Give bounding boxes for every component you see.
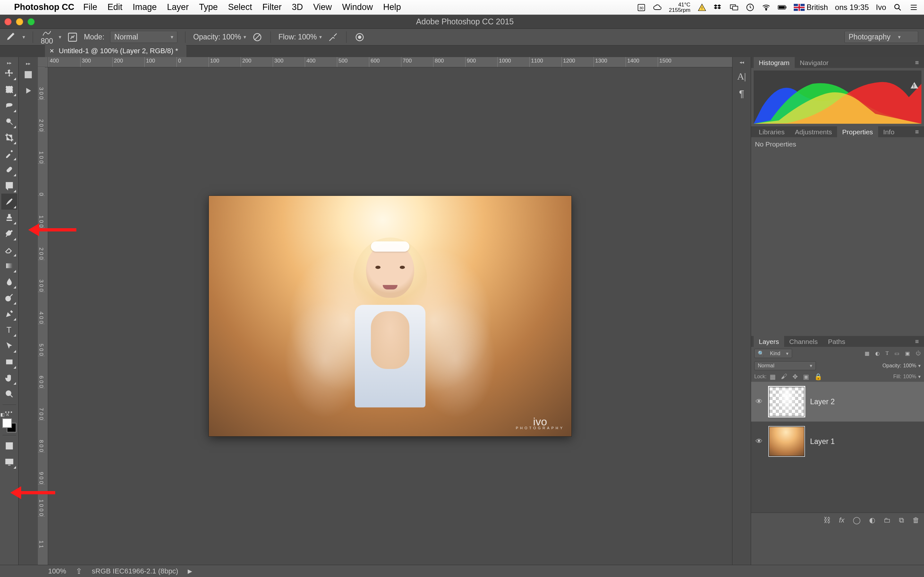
current-tool-icon[interactable] [6, 31, 17, 44]
blend-mode-dropdown[interactable]: Normal▾ [110, 31, 178, 43]
brush-preset-picker[interactable]: 800 [41, 29, 53, 45]
tab-adjustments[interactable]: Adjustments [790, 126, 837, 137]
status-battery[interactable] [778, 3, 787, 12]
opacity-field[interactable]: Opacity: 100% ▾ [193, 33, 246, 41]
layer-row-layer2[interactable]: 👁 Layer 2 [751, 382, 924, 422]
move-tool[interactable] [1, 65, 17, 81]
new-layer-icon[interactable]: ⧉ [899, 516, 904, 524]
status-user[interactable]: Ivo [876, 3, 886, 12]
character-panel-icon[interactable]: A| [735, 69, 749, 83]
layer-name[interactable]: Layer 2 [810, 398, 835, 406]
layers-panel-menu[interactable]: ≡ [913, 338, 921, 345]
hand-tool[interactable] [1, 370, 17, 386]
document-stage[interactable]: ivo PHOTOGRAPHY [48, 67, 732, 565]
flow-field[interactable]: Flow: 100% ▾ [278, 33, 322, 41]
healing-tool[interactable] [1, 161, 17, 177]
layer-blend-mode[interactable]: Normal▾ [754, 361, 816, 370]
ruler-origin[interactable] [38, 57, 48, 67]
ruler-horizontal[interactable]: 4003002001000100200300400500600700800900… [48, 57, 732, 67]
menu-view[interactable]: View [313, 2, 332, 12]
menu-file[interactable]: File [83, 2, 97, 12]
filter-pixel-icon[interactable]: ▦ [865, 350, 869, 356]
layer-filter-kind[interactable]: 🔍Kind▾ [754, 349, 792, 358]
history-brush-tool[interactable] [1, 226, 17, 242]
new-adjustment-icon[interactable]: ◐ [869, 516, 875, 524]
new-group-icon[interactable]: 🗀 [884, 516, 891, 524]
lock-position-icon[interactable]: ✥ [792, 373, 798, 380]
eraser-tool[interactable] [1, 242, 17, 258]
menu-filter[interactable]: Filter [262, 2, 282, 12]
path-select-tool[interactable] [1, 338, 17, 354]
status-clock[interactable]: ons 19:35 [835, 3, 869, 12]
app-name[interactable]: Photoshop CC [14, 2, 74, 12]
pen-tool[interactable] [1, 306, 17, 322]
histogram-graph[interactable] [754, 71, 921, 124]
delete-layer-icon[interactable]: 🗑 [913, 516, 919, 524]
gradient-tool[interactable] [1, 258, 17, 274]
menu-help[interactable]: Help [383, 2, 401, 12]
layer-name[interactable]: Layer 1 [810, 437, 835, 446]
histogram-panel-menu[interactable]: ≡ [913, 59, 921, 66]
status-dropbox[interactable] [714, 3, 722, 12]
paragraph-panel-icon[interactable]: ¶ [735, 87, 749, 101]
document-tab[interactable]: ✕ Untitled-1 @ 100% (Layer 2, RGB/8) * [45, 45, 186, 57]
share-icon[interactable]: ⇪ [76, 567, 82, 576]
actions-panel-icon[interactable] [20, 67, 36, 83]
add-mask-icon[interactable]: ◯ [853, 516, 861, 524]
tab-properties[interactable]: Properties [837, 126, 878, 137]
layer-opacity-caret[interactable]: ▾ [918, 363, 921, 369]
filter-type-icon[interactable]: T [885, 350, 889, 356]
lasso-tool[interactable] [1, 97, 17, 113]
layer-fx-icon[interactable]: fx [839, 516, 845, 524]
brush-tool[interactable] [1, 193, 17, 210]
marquee-tool[interactable] [1, 81, 17, 97]
lock-artboard-icon[interactable]: ▣ [803, 373, 809, 380]
note-tool[interactable] [1, 177, 17, 193]
fill-value[interactable]: 100% [903, 374, 916, 380]
quick-mask-toggle[interactable] [1, 438, 17, 454]
menu-window[interactable]: Window [342, 2, 373, 12]
status-calendar[interactable]: 30 [637, 3, 646, 12]
tab-layers[interactable]: Layers [754, 336, 784, 347]
fill-caret[interactable]: ▾ [918, 374, 921, 380]
menu-layer[interactable]: Layer [167, 2, 189, 12]
status-alert[interactable]: ! [698, 3, 706, 12]
foreground-color[interactable] [2, 418, 12, 428]
tab-libraries[interactable]: Libraries [754, 126, 790, 137]
workspace-switcher[interactable]: Photography▾ [845, 31, 918, 43]
expand-right-mini[interactable]: ◂◂ [732, 60, 751, 66]
tool-preset-dropdown[interactable]: ▾ [23, 34, 25, 40]
status-timemachine[interactable] [746, 3, 754, 12]
filter-toggle-icon[interactable]: ⏻ [916, 350, 921, 356]
status-keyboard[interactable]: British [794, 3, 828, 12]
layer-thumbnail[interactable] [769, 387, 804, 416]
tab-info[interactable]: Info [878, 126, 900, 137]
pressure-opacity-toggle[interactable] [252, 32, 263, 43]
tab-histogram[interactable]: Histogram [754, 57, 795, 68]
layer-thumbnail[interactable] [769, 427, 804, 456]
pressure-size-toggle[interactable] [354, 32, 365, 43]
lock-all-icon[interactable]: 🔒 [814, 373, 822, 380]
brush-preset-caret[interactable]: ▾ [59, 34, 61, 40]
zoom-display[interactable]: 100% [48, 567, 66, 575]
play-panel-icon[interactable] [20, 83, 36, 99]
default-colors-icon[interactable]: ◧ ⤭ [0, 412, 10, 417]
status-spotlight[interactable] [893, 3, 902, 12]
histogram-cache-warning-icon[interactable] [911, 82, 918, 89]
close-tab-icon[interactable]: ✕ [49, 47, 54, 55]
menu-edit[interactable]: Edit [107, 2, 123, 12]
status-info-caret[interactable]: ▶ [188, 568, 192, 575]
eyedropper-tool[interactable] [1, 145, 17, 161]
document-canvas[interactable]: ivo PHOTOGRAPHY [209, 196, 572, 436]
menu-image[interactable]: Image [133, 2, 157, 12]
color-profile[interactable]: sRGB IEC61966-2.1 (8bpc) [92, 567, 178, 575]
menu-3d[interactable]: 3D [292, 2, 303, 12]
status-fans[interactable]: 41°C2155rpm [669, 2, 690, 13]
zoom-tool[interactable] [1, 386, 17, 402]
filter-adjust-icon[interactable]: ◐ [875, 350, 880, 356]
blur-tool[interactable] [1, 274, 17, 290]
dodge-tool[interactable] [1, 290, 17, 306]
expand-left-panels[interactable]: ▸▸ [19, 60, 38, 67]
status-cloud[interactable] [653, 3, 662, 12]
tab-navigator[interactable]: Navigator [795, 57, 834, 68]
